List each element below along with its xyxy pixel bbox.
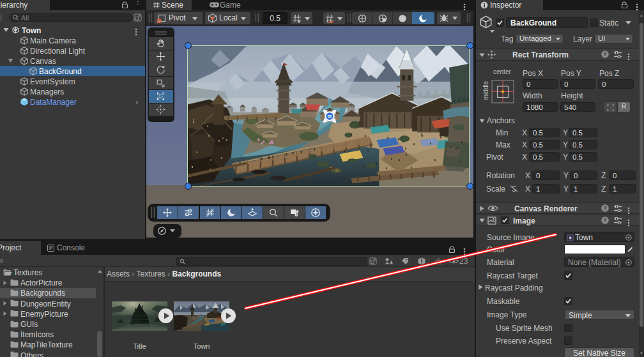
svg-text:?: ? (603, 205, 607, 211)
svg-text:?: ? (603, 51, 607, 57)
svg-text:?: ? (603, 217, 607, 224)
